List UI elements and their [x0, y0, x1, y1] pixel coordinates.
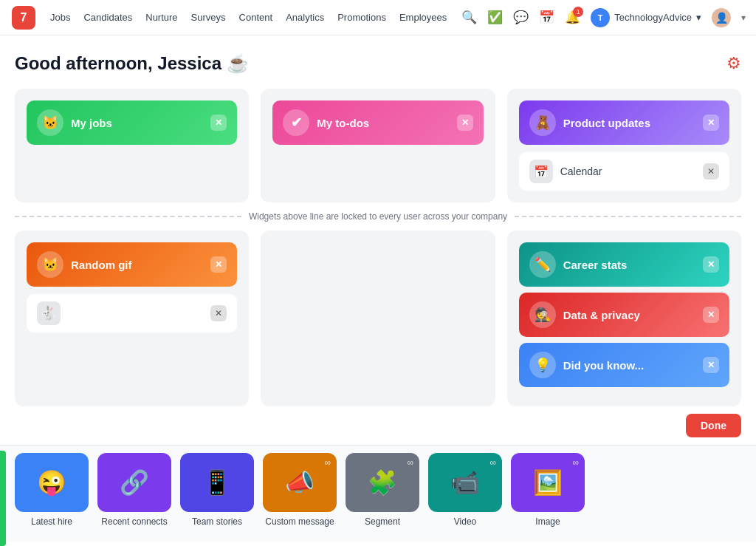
- my-jobs-icon: 🐱: [37, 109, 63, 136]
- image-emoji: 🖼️: [533, 468, 563, 496]
- green-left-bar: [0, 451, 6, 542]
- bottom-widget-grid: 🐱 Random gif ✕ 🐇 ✕ ✏️ Career stats: [15, 231, 741, 406]
- my-jobs-left: 🐱 My jobs: [37, 109, 112, 136]
- product-updates-close[interactable]: ✕: [703, 115, 719, 131]
- my-todos-close[interactable]: ✕: [457, 115, 473, 131]
- custom-message-tile[interactable]: ∞ 📣: [263, 453, 337, 512]
- company-avatar: T: [591, 8, 610, 27]
- my-todos-label: My to-dos: [317, 117, 369, 129]
- custom-message-label: Custom message: [265, 516, 334, 527]
- filter-icon[interactable]: ⚙: [726, 54, 741, 73]
- infinity-icon-3: ∞: [489, 457, 496, 468]
- data-privacy-icon: 🕵️: [529, 301, 556, 328]
- calendar-close[interactable]: ✕: [703, 163, 719, 180]
- carousel-item-recent-connects[interactable]: 🔗 Recent connects: [97, 453, 171, 527]
- bunny-close[interactable]: ✕: [210, 305, 227, 321]
- team-stories-tile[interactable]: 📱: [180, 453, 254, 512]
- carousel-item-latest-hire[interactable]: 😜 Latest hire: [15, 453, 89, 527]
- nav-links: Jobs Candidates Nurture Surveys Content …: [50, 12, 447, 23]
- recent-connects-label: Recent connects: [101, 516, 167, 527]
- my-jobs-cell: 🐱 My jobs ✕: [15, 89, 249, 202]
- video-label: Video: [454, 516, 476, 527]
- page-header: Good afternoon, Jessica ☕ ⚙: [15, 53, 741, 74]
- infinity-icon: ∞: [324, 457, 331, 468]
- my-jobs-card: 🐱 My jobs ✕: [27, 100, 237, 145]
- navbar-actions: 🔍 ✅ 💬 📅 🔔 1 T TechnologyAdvice ▾ 👤 ▾: [461, 8, 746, 27]
- nav-promotions[interactable]: Promotions: [337, 12, 386, 23]
- nav-employees[interactable]: Employees: [399, 12, 447, 23]
- my-todos-left: ✔ My to-dos: [283, 109, 369, 136]
- carousel-section: 😜 Latest hire 🔗 Recent connects 📱 Team s…: [0, 445, 756, 542]
- app-logo: 7: [12, 6, 35, 30]
- random-gif-label: Random gif: [71, 259, 132, 271]
- done-btn-row: Done: [0, 406, 756, 445]
- divider-line-right: [515, 216, 741, 217]
- nav-nurture[interactable]: Nurture: [145, 12, 177, 23]
- search-icon[interactable]: 🔍: [461, 10, 477, 25]
- nav-content[interactable]: Content: [239, 12, 273, 23]
- calendar-icon[interactable]: 📅: [539, 10, 554, 25]
- carousel-item-custom-message[interactable]: ∞ 📣 Custom message: [263, 453, 337, 527]
- company-name: TechnologyAdvice: [614, 12, 692, 23]
- career-stats-left: ✏️ Career stats: [529, 251, 628, 278]
- product-updates-icon: 🧸: [529, 109, 556, 136]
- random-gif-icon: 🐱: [37, 251, 63, 278]
- checkmark-icon[interactable]: ✅: [487, 10, 503, 25]
- infinity-icon-2: ∞: [407, 457, 413, 468]
- carousel-row: 😜 Latest hire 🔗 Recent connects 📱 Team s…: [15, 453, 741, 530]
- team-stories-emoji: 📱: [202, 468, 232, 496]
- image-label: Image: [535, 516, 560, 527]
- career-stats-card: ✏️ Career stats ✕: [519, 242, 729, 287]
- nav-analytics[interactable]: Analytics: [286, 12, 324, 23]
- page-title: Good afternoon, Jessica ☕: [15, 53, 249, 74]
- calendar-icon-box: 📅: [529, 160, 553, 183]
- image-tile[interactable]: ∞ 🖼️: [511, 453, 585, 512]
- calendar-left: 📅 Calendar: [529, 160, 602, 183]
- company-selector[interactable]: T TechnologyAdvice ▾: [591, 8, 701, 27]
- my-jobs-close[interactable]: ✕: [210, 115, 227, 131]
- segment-tile[interactable]: ∞ 🧩: [346, 453, 419, 512]
- user-avatar[interactable]: 👤: [712, 8, 731, 27]
- custom-message-emoji: 📣: [285, 468, 315, 496]
- product-updates-label: Product updates: [563, 117, 650, 129]
- carousel-item-team-stories[interactable]: 📱 Team stories: [180, 453, 254, 527]
- top-widget-grid: 🐱 My jobs ✕ ✔ My to-dos ✕ 🧸 Product: [15, 89, 741, 202]
- calendar-card: 📅 Calendar ✕: [519, 152, 729, 191]
- nav-surveys[interactable]: Surveys: [191, 12, 226, 23]
- carousel-item-video[interactable]: ∞ 📹 Video: [428, 453, 502, 527]
- nav-candidates[interactable]: Candidates: [83, 12, 132, 23]
- career-stats-icon: ✏️: [529, 251, 556, 278]
- data-privacy-card: 🕵️ Data & privacy ✕: [519, 293, 729, 337]
- team-stories-label: Team stories: [192, 516, 242, 527]
- empty-cell: [261, 231, 495, 406]
- segment-label: Segment: [365, 516, 400, 527]
- my-todos-card: ✔ My to-dos ✕: [272, 100, 483, 145]
- recent-connects-emoji: 🔗: [120, 468, 149, 496]
- random-gif-cell: 🐱 Random gif ✕ 🐇 ✕: [15, 231, 249, 406]
- product-updates-card: 🧸 Product updates ✕: [519, 100, 729, 145]
- my-todos-cell: ✔ My to-dos ✕: [261, 89, 495, 202]
- chat-icon[interactable]: 💬: [513, 10, 529, 25]
- segment-emoji: 🧩: [368, 468, 397, 496]
- data-privacy-close[interactable]: ✕: [703, 307, 719, 323]
- did-you-know-close[interactable]: ✕: [703, 357, 719, 373]
- carousel-item-segment[interactable]: ∞ 🧩 Segment: [346, 453, 419, 527]
- career-stats-close[interactable]: ✕: [703, 256, 719, 273]
- data-privacy-left: 🕵️ Data & privacy: [529, 301, 640, 328]
- did-you-know-icon: 💡: [529, 352, 556, 378]
- nav-jobs[interactable]: Jobs: [50, 12, 70, 23]
- video-tile[interactable]: ∞ 📹: [428, 453, 502, 512]
- carousel-item-image[interactable]: ∞ 🖼️ Image: [511, 453, 585, 527]
- did-you-know-card: 💡 Did you know... ✕: [519, 343, 729, 387]
- recent-connects-tile[interactable]: 🔗: [97, 453, 171, 512]
- notification-badge: 1: [573, 7, 583, 17]
- notification-bell[interactable]: 🔔 1: [565, 10, 580, 25]
- user-chevron: ▾: [741, 13, 746, 23]
- random-gif-close[interactable]: ✕: [210, 256, 227, 273]
- infinity-icon-4: ∞: [572, 457, 579, 468]
- did-you-know-left: 💡 Did you know...: [529, 352, 644, 378]
- my-todos-icon: ✔: [283, 109, 309, 136]
- latest-hire-tile[interactable]: 😜: [15, 453, 89, 512]
- navbar: 7 Jobs Candidates Nurture Surveys Conten…: [0, 0, 756, 35]
- done-button[interactable]: Done: [686, 414, 741, 437]
